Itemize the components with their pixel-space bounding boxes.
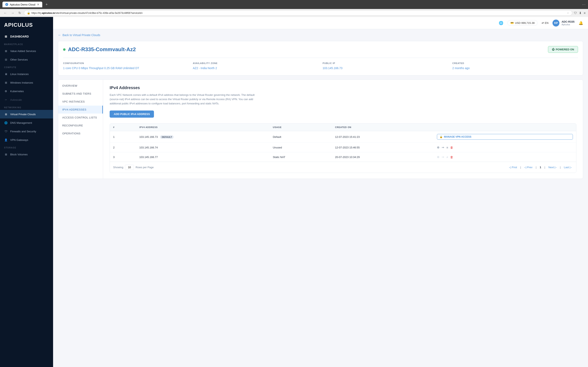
equals-icon[interactable]: ≡ bbox=[446, 146, 448, 149]
table-row: 2 103.145.166.74 Unused 12-07-2023 15:46… bbox=[110, 143, 576, 152]
menu-icon[interactable]: ≡ bbox=[584, 11, 586, 15]
forward-button[interactable]: → bbox=[10, 11, 16, 15]
current-page: 1 bbox=[538, 165, 542, 169]
globe-icon[interactable]: 🌐 bbox=[499, 21, 503, 25]
col-actions bbox=[434, 124, 576, 131]
row2-created: 12-07-2023 15:46:55 bbox=[332, 143, 434, 152]
row1-actions: 🔒 MANAGE VPN ACCESS bbox=[434, 131, 576, 143]
next-page-button[interactable]: Next ▷ bbox=[547, 165, 558, 169]
row2-num: 2 bbox=[110, 143, 136, 152]
window-controls: ⋯ bbox=[582, 2, 586, 7]
sidebar-item-kubernetes[interactable]: ⚙ Kubernetes bbox=[0, 87, 53, 95]
vpn-label: VPN Gateways bbox=[10, 138, 28, 142]
sidebar-item-linux[interactable]: 🖥 Linux Instances bbox=[0, 70, 53, 78]
table-row: 3 103.145.166.77 Static NAT 20-07-2023 1… bbox=[110, 152, 576, 162]
prev-page-button[interactable]: ◁ Prev bbox=[523, 165, 534, 169]
lock-icon: 🔒 bbox=[27, 11, 30, 15]
sidenav-overview[interactable]: OVERVIEW bbox=[58, 82, 103, 90]
col-address: IPV4 ADDRESS bbox=[136, 124, 269, 131]
sidebar-item-other-services[interactable]: ⊟ Other Services bbox=[0, 55, 53, 64]
notification-bell-icon[interactable]: 🔔 bbox=[579, 21, 583, 25]
refresh-button[interactable]: ↻ bbox=[17, 11, 22, 15]
sidenav-subnets[interactable]: SUBNETS AND TIERS bbox=[58, 90, 103, 98]
sidebar-item-value-added[interactable]: ⊞ Value Added Services bbox=[0, 47, 53, 55]
sidebar-item-vpn[interactable]: 👤 VPN Gateways bbox=[0, 136, 53, 144]
marketplace-section-label: MARKETPLACE bbox=[0, 41, 53, 47]
manage-vpn-button[interactable]: 🔒 MANAGE VPN ACCESS bbox=[437, 134, 573, 140]
forward-arrow-icon-disabled: ⇒ bbox=[442, 155, 444, 159]
vpn-manage-icon: 🔒 bbox=[440, 135, 443, 138]
delete-icon-row3[interactable]: 🗑 bbox=[450, 155, 453, 159]
default-badge: DEFAULT bbox=[160, 135, 173, 139]
vpc-title: ADC-R335-Commvault-Az2 bbox=[68, 46, 136, 53]
browser-tab[interactable]: A Apiculus Demo Cloud ✕ bbox=[2, 2, 42, 7]
language-selector[interactable]: ⇄ EN bbox=[542, 21, 548, 25]
delete-icon[interactable]: 🗑 bbox=[450, 146, 453, 149]
config-value: 1 core CPU 0 Mbps Throughput 0.25 GB RAM… bbox=[63, 66, 189, 70]
move-icon[interactable]: ⊕ bbox=[437, 146, 440, 149]
other-services-icon: ⊟ bbox=[4, 58, 8, 61]
sidenav-acl[interactable]: ACCESS CONTROL LISTS bbox=[58, 114, 103, 122]
sidebar-item-firewalls[interactable]: 🛡 Firewalls and Security bbox=[0, 127, 53, 136]
sidenav-reconfigure[interactable]: RECONFIGURE bbox=[58, 122, 103, 129]
table-row: 1 103.145.166.73 DEFAULT Default 12-07-2… bbox=[110, 131, 576, 143]
forward-arrow-icon[interactable]: ⇒ bbox=[442, 146, 444, 149]
app: APICULUS ⊞ DASHBOARD MARKETPLACE ⊞ Value… bbox=[0, 17, 588, 367]
row3-action-icons: ⊕ ⇒ ≠ 🗑 bbox=[437, 155, 573, 159]
power-icon: ⏻ bbox=[552, 48, 554, 51]
sidebar-item-dns[interactable]: 🌐 DNS Management bbox=[0, 118, 53, 127]
col-created: CREATED ON bbox=[332, 124, 434, 131]
new-tab-button[interactable]: + bbox=[44, 2, 49, 7]
sidenav-ipv4[interactable]: IPV4 ADDRESSES bbox=[58, 106, 103, 114]
sidebar-item-block[interactable]: ⊞ Block Volumes bbox=[0, 150, 53, 159]
windows-icon: ⊞ bbox=[4, 81, 8, 84]
sidenav-instances[interactable]: VPC INSTANCES bbox=[58, 98, 103, 106]
balance-amount: USD 999,715.38 bbox=[515, 21, 535, 25]
autoscale-icon: ✂ bbox=[4, 98, 8, 101]
ipv4-table-wrapper: # IPV4 ADDRESS USAGE CREATED ON bbox=[110, 123, 576, 173]
back-link[interactable]: ← Back to Virtual Private Clouds bbox=[58, 33, 583, 37]
ip-section: PUBLIC IP 103.145.166.73 bbox=[323, 62, 448, 70]
section-description: Each VPC Network comes with a default IP… bbox=[110, 93, 261, 106]
bookmark-icon: ☆ bbox=[567, 11, 569, 15]
storage-section-label: STORAGE bbox=[0, 144, 53, 150]
main: 🌐 💳 USD 999,715.38 ⇄ EN KP ADC-R335 Apic… bbox=[53, 17, 588, 367]
page-content: ← Back to Virtual Private Clouds ADC-R33… bbox=[53, 29, 588, 367]
row2-address: 103.145.166.74 bbox=[136, 143, 269, 152]
rows-per-page-input[interactable] bbox=[125, 165, 134, 170]
detail-content: IPv4 Addresses Each VPC Network comes wi… bbox=[103, 80, 583, 179]
tab-close-button[interactable]: ✕ bbox=[37, 3, 39, 6]
row3-created: 20-07-2023 10:34:29 bbox=[332, 152, 434, 162]
back-link-text: Back to Virtual Private Clouds bbox=[62, 33, 100, 37]
dashboard-icon: ⊞ bbox=[4, 35, 8, 38]
az-section: AVAILABILITY ZONE AZ2 - India North 2 bbox=[193, 62, 319, 70]
sidebar-item-windows[interactable]: ⊞ Windows Instances bbox=[0, 78, 53, 87]
user-name: ADC-R335 bbox=[562, 20, 575, 23]
browser-chrome: A Apiculus Demo Cloud ✕ + ⋯ bbox=[0, 0, 588, 9]
page-nav: ◁ First | ◁ Prev | 1 | Next ▷ | Last ▷ bbox=[508, 165, 573, 169]
sidenav-operations[interactable]: OPERATIONS bbox=[58, 129, 103, 137]
url-bar[interactable]: 🔒 https://try.apiculus.io/site/#/virtual… bbox=[24, 10, 572, 16]
browser-nav-icons: 🛡 ⬇ ≡ bbox=[574, 11, 586, 15]
table-header: # IPV4 ADDRESS USAGE CREATED ON bbox=[110, 124, 576, 131]
user-menu[interactable]: KP ADC-R335 Apiculus bbox=[553, 20, 575, 26]
sidebar-item-vpc[interactable]: ⊞ Virtual Private Clouds bbox=[0, 110, 53, 118]
add-ipv4-button[interactable]: ADD PUBLIC IPv4 ADDRESS bbox=[110, 110, 154, 118]
other-services-label: Other Services bbox=[10, 58, 28, 61]
dns-label: DNS Management bbox=[10, 121, 32, 124]
first-page-button[interactable]: ◁ First bbox=[508, 165, 518, 169]
az-label: AVAILABILITY ZONE bbox=[193, 62, 319, 64]
dashboard-label: DASHBOARD bbox=[10, 35, 29, 38]
wallet-icon: 💳 bbox=[510, 21, 514, 25]
block-icon: ⊞ bbox=[4, 152, 8, 156]
back-button[interactable]: ← bbox=[2, 11, 8, 15]
vpc-header: ADC-R335-Commvault-Az2 ⏻ POWERED ON bbox=[63, 46, 578, 53]
powered-on-button[interactable]: ⏻ POWERED ON bbox=[548, 46, 578, 53]
col-num: # bbox=[110, 124, 136, 131]
sidebar-item-dashboard[interactable]: ⊞ DASHBOARD bbox=[0, 32, 53, 41]
vpc-meta: CONFIGURATION 1 core CPU 0 Mbps Throughp… bbox=[63, 58, 578, 70]
tab-favicon: A bbox=[5, 3, 8, 6]
last-page-button[interactable]: Last ▷ bbox=[563, 165, 573, 169]
row2-actions: ⊕ ⇒ ≡ 🗑 bbox=[434, 143, 576, 152]
powered-on-label: POWERED ON bbox=[556, 48, 574, 51]
